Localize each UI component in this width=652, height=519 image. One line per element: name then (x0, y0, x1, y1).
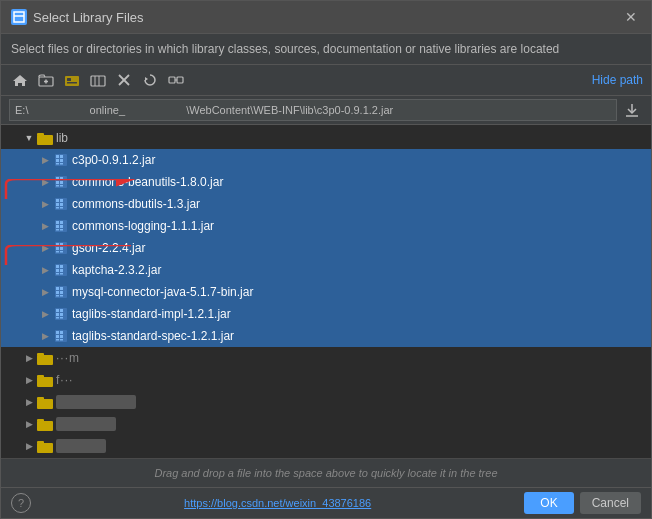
svg-rect-44 (56, 221, 59, 224)
list-item[interactable]: ▶ ···m (1, 347, 651, 369)
list-item[interactable]: ▶ f··· (1, 369, 651, 391)
list-item[interactable]: ▶ commons-logging-1.1.1.jar (1, 215, 651, 237)
help-button[interactable]: ? (11, 493, 31, 513)
expand-arrow[interactable]: ▶ (21, 438, 37, 454)
toolbar-left (9, 69, 187, 91)
jar-icon (53, 218, 69, 234)
folder-link-button[interactable] (87, 69, 109, 91)
item-label: commons-logging-1.1.1.jar (72, 219, 214, 233)
svg-rect-77 (60, 317, 63, 319)
svg-rect-42 (60, 207, 63, 209)
svg-rect-84 (60, 339, 63, 341)
svg-rect-39 (56, 203, 59, 206)
svg-rect-20 (37, 135, 53, 145)
delete-button[interactable] (113, 69, 135, 91)
list-item[interactable]: ▶ taglibs-standard-spec-1.2.1.jar (1, 325, 651, 347)
svg-rect-34 (56, 185, 59, 187)
svg-rect-16 (177, 77, 183, 83)
svg-rect-93 (37, 443, 53, 453)
svg-rect-61 (60, 269, 63, 272)
svg-rect-54 (60, 247, 63, 250)
link-button[interactable] (165, 69, 187, 91)
item-label: ···m (56, 351, 80, 365)
expand-arrow[interactable]: ▶ (37, 240, 53, 256)
expand-arrow[interactable]: ▶ (37, 152, 53, 168)
item-label: commons-beanutils-1.8.0.jar (72, 175, 223, 189)
jar-icon (53, 240, 69, 256)
expand-arrow[interactable]: ▶ (21, 416, 37, 432)
expand-arrow[interactable]: ▶ (37, 196, 53, 212)
jar-icon (53, 174, 69, 190)
svg-rect-24 (60, 155, 63, 158)
svg-rect-60 (56, 269, 59, 272)
svg-rect-55 (56, 251, 59, 253)
ok-button[interactable]: OK (524, 492, 573, 514)
url-link[interactable]: https://blog.csdn.net/weixin_43876186 (184, 497, 371, 509)
svg-rect-37 (56, 199, 59, 202)
jar-icon (53, 196, 69, 212)
svg-rect-26 (60, 159, 63, 162)
cancel-button[interactable]: Cancel (580, 492, 641, 514)
file-tree[interactable]: ▼ lib ▶ (1, 125, 651, 458)
svg-rect-31 (60, 177, 63, 180)
svg-rect-6 (65, 76, 79, 86)
folder-nav-button[interactable] (61, 69, 83, 91)
item-label: taglibs-standard-spec-1.2.1.jar (72, 329, 234, 343)
svg-rect-85 (37, 355, 53, 365)
expand-arrow[interactable]: ▶ (37, 328, 53, 344)
svg-rect-48 (56, 229, 59, 231)
item-label (56, 417, 116, 431)
list-item[interactable]: ▶ gson-2.2.4.jar (1, 237, 651, 259)
expand-arrow[interactable]: ▶ (37, 284, 53, 300)
list-item[interactable]: ▶ (1, 413, 651, 435)
svg-rect-40 (60, 203, 63, 206)
list-item[interactable]: ▶ commons-beanutils-1.8.0.jar (1, 171, 651, 193)
svg-rect-65 (56, 287, 59, 290)
expand-arrow[interactable]: ▶ (21, 372, 37, 388)
list-item[interactable]: ▶ c3p0-0.9.1.2.jar (1, 149, 651, 171)
list-item[interactable]: ▶ (1, 435, 651, 457)
title-bar-left: Select Library Files (11, 9, 144, 25)
new-folder-button[interactable] (35, 69, 57, 91)
svg-rect-46 (56, 225, 59, 228)
list-item[interactable]: ▶ kaptcha-2.3.2.jar (1, 259, 651, 281)
svg-rect-9 (91, 76, 105, 86)
refresh-button[interactable] (139, 69, 161, 91)
list-item[interactable]: ▼ lib (1, 127, 651, 149)
expand-arrow[interactable]: ▶ (21, 394, 37, 410)
hide-path-link[interactable]: Hide path (592, 73, 643, 87)
expand-arrow[interactable]: ▼ (21, 130, 37, 146)
expand-arrow[interactable]: ▶ (37, 174, 53, 190)
svg-rect-87 (37, 377, 53, 387)
expand-arrow[interactable]: ▶ (37, 218, 53, 234)
svg-rect-51 (56, 243, 59, 246)
expand-arrow[interactable]: ▶ (21, 350, 37, 366)
svg-rect-63 (60, 273, 63, 275)
folder-icon (37, 130, 53, 146)
svg-rect-28 (60, 163, 63, 165)
close-button[interactable]: ✕ (621, 7, 641, 27)
path-input[interactable] (9, 99, 617, 121)
svg-rect-75 (60, 313, 63, 316)
list-item[interactable]: ▶ (1, 391, 651, 413)
svg-rect-7 (67, 78, 71, 81)
download-button[interactable] (621, 99, 643, 121)
list-item[interactable]: ▶ taglibs-standard-impl-1.2.1.jar (1, 303, 651, 325)
home-button[interactable] (9, 69, 31, 91)
svg-rect-0 (14, 12, 24, 22)
expand-arrow[interactable]: ▶ (37, 262, 53, 278)
svg-rect-92 (37, 419, 44, 422)
svg-rect-66 (60, 287, 63, 290)
list-item[interactable]: ▶ commons-dbutils-1.3.jar (1, 193, 651, 215)
folder-icon (37, 350, 53, 366)
svg-rect-32 (56, 181, 59, 184)
expand-arrow[interactable]: ▶ (37, 306, 53, 322)
svg-rect-41 (56, 207, 59, 209)
svg-marker-2 (13, 75, 27, 86)
svg-rect-27 (56, 163, 59, 165)
svg-rect-23 (56, 155, 59, 158)
svg-rect-73 (60, 309, 63, 312)
svg-rect-91 (37, 421, 53, 431)
list-item[interactable]: ▶ mysql-connector-java-5.1.7-bin.jar (1, 281, 651, 303)
item-label: c3p0-0.9.1.2.jar (72, 153, 155, 167)
